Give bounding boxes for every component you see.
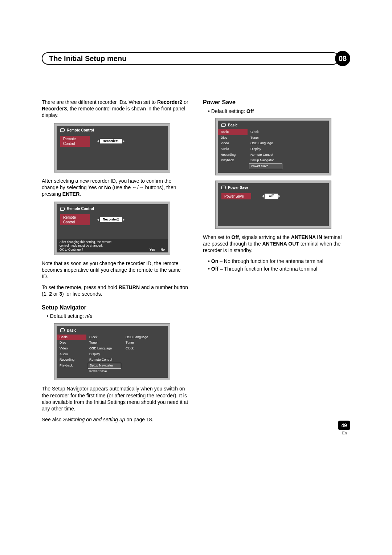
text: See also xyxy=(42,417,63,422)
return-icon xyxy=(60,207,65,211)
text-bold: ANTENNA IN xyxy=(291,234,322,240)
text-bold: Off xyxy=(211,266,219,272)
text: There are three different recorder IDs. … xyxy=(42,99,157,105)
osd-sidebar: Basic Disc Video Audio Recording Playbac… xyxy=(218,129,248,169)
text: or xyxy=(97,185,104,190)
osd-item: Setup Navigator xyxy=(248,158,284,163)
text: (use the xyxy=(111,185,132,190)
osd-selector: Recorder1 xyxy=(97,139,124,144)
osd-item: Disc xyxy=(218,135,248,141)
text-bold: No xyxy=(104,185,111,190)
text-bold: ENTER xyxy=(62,191,79,197)
osd-title-text: Power Save xyxy=(228,185,248,190)
arrow-left-icon xyxy=(97,140,99,143)
osd-yes: Yes xyxy=(150,248,155,251)
bullet-list: Default setting: Off xyxy=(203,108,350,114)
osd-item: Disc xyxy=(57,340,86,346)
osd-value: Off xyxy=(265,194,278,199)
arrow-left-icon xyxy=(262,195,264,198)
page-language: En xyxy=(342,431,347,435)
text-bold: 2 xyxy=(49,291,52,297)
osd-item: OSD Language xyxy=(86,346,123,352)
osd-value: Recorder1 xyxy=(100,139,122,144)
osd-screenshot-remote-control-1: Remote Control Remote Control Recorder1 xyxy=(54,123,170,173)
osd-item: OSD Language xyxy=(248,141,284,146)
chapter-header: The Initial Setup menu 08 xyxy=(42,51,350,66)
text: or xyxy=(182,99,188,105)
arrow-right-icon: → xyxy=(139,185,144,190)
osd-item: Playback xyxy=(57,363,86,369)
paragraph: After selecting a new recorder ID, you h… xyxy=(42,178,188,198)
return-icon xyxy=(60,128,65,132)
text: on page 18. xyxy=(125,417,154,422)
paragraph: There are three different recorder IDs. … xyxy=(42,99,188,119)
text-italic: Switching on and setting up xyxy=(63,417,125,422)
paragraph: Note that as soon as you change the reco… xyxy=(42,260,188,280)
osd-item: Clock xyxy=(86,335,123,340)
paragraph: When set to Off, signals arriving at the… xyxy=(203,234,350,254)
osd-screenshot-remote-control-2: Remote Control Remote Control Recorder2 … xyxy=(54,202,170,255)
text: To set the remote, press and hold xyxy=(42,284,119,290)
osd-item-selected: Basic xyxy=(57,335,86,340)
text-italic: n/a xyxy=(85,313,92,319)
paragraph: The Setup Navigator appears automaticall… xyxy=(42,385,188,412)
bullet-list: On – No through function for the antenna… xyxy=(203,258,350,272)
text: Default setting: xyxy=(50,313,85,319)
osd-screenshot-basic-power-save: Basic Basic Disc Video Audio Recording P… xyxy=(215,118,331,175)
two-column-layout: There are three different recorder IDs. … xyxy=(42,99,350,427)
osd-item: Audio xyxy=(218,146,248,152)
text-bold: Recorder3 xyxy=(42,106,67,112)
text-bold: Off xyxy=(246,108,254,114)
bullet-list: Default setting: n/a xyxy=(42,313,188,319)
text-bold: Recorder2 xyxy=(157,99,182,105)
arrow-left-icon: ← xyxy=(132,185,137,190)
list-item: Default setting: n/a xyxy=(47,313,188,319)
list-item: Default setting: Off xyxy=(208,108,350,114)
arrow-right-icon xyxy=(278,195,280,198)
osd-item: OSD Language xyxy=(123,335,168,340)
osd-item: Tuner xyxy=(86,340,123,346)
return-icon xyxy=(60,328,65,332)
osd-title-text: Basic xyxy=(228,123,238,127)
osd-item: Remote Control xyxy=(86,357,123,363)
arrow-left-icon xyxy=(97,218,99,221)
osd-title-text: Remote Control xyxy=(67,206,94,211)
osd-footer-line: After changing this setting, the remote xyxy=(60,240,111,244)
osd-label: Remote Control xyxy=(60,136,90,147)
osd-no: No xyxy=(161,248,165,251)
osd-screenshot-power-save-off: Power Save Power Save Off xyxy=(215,181,331,229)
text: – Through function for the antenna termi… xyxy=(219,266,317,272)
osd-value: Recorder2 xyxy=(100,217,122,222)
arrow-right-icon xyxy=(123,218,124,221)
osd-item: Tuner xyxy=(123,340,168,346)
osd-item: Recording xyxy=(57,357,86,363)
text-bold: Off xyxy=(232,234,239,240)
text-bold: ANTENNA OUT xyxy=(262,241,299,247)
osd-item-selected: Basic xyxy=(218,129,248,135)
text-bold: RETURN xyxy=(119,284,140,290)
chapter-title: The Initial Setup menu xyxy=(42,52,339,65)
osd-selector: Off xyxy=(262,194,280,199)
text: ) for five seconds. xyxy=(62,291,102,297)
paragraph: See also Switching on and setting up on … xyxy=(42,416,188,423)
text: Default setting: xyxy=(211,108,246,114)
osd-item: Tuner xyxy=(248,135,284,141)
osd-footer: After changing this setting, the remote … xyxy=(57,239,168,252)
page-number-badge: 49 xyxy=(338,421,350,430)
osd-item: Video xyxy=(57,346,86,352)
osd-selector: Recorder2 xyxy=(97,217,124,222)
osd-item: Audio xyxy=(57,352,86,357)
list-item: Off – Through function for the antenna t… xyxy=(208,266,350,272)
osd-mid-column: Clock Tuner OSD Language Display Remote … xyxy=(86,335,123,374)
osd-item: Recording xyxy=(218,152,248,158)
osd-screenshot-basic-setup-navigator: Basic Basic Disc Video Audio Recording P… xyxy=(54,323,170,381)
chapter-number-badge: 08 xyxy=(335,51,350,66)
text: or xyxy=(52,291,59,297)
subheading-power-save: Power Save xyxy=(203,99,350,106)
osd-item: Video xyxy=(218,141,248,146)
osd-label: Remote Control xyxy=(60,214,90,225)
return-icon xyxy=(221,123,226,127)
text: When set to xyxy=(203,234,232,240)
text: , signals arriving at the xyxy=(239,234,291,240)
osd-sidebar: Basic Disc Video Audio Recording Playbac… xyxy=(57,335,86,374)
